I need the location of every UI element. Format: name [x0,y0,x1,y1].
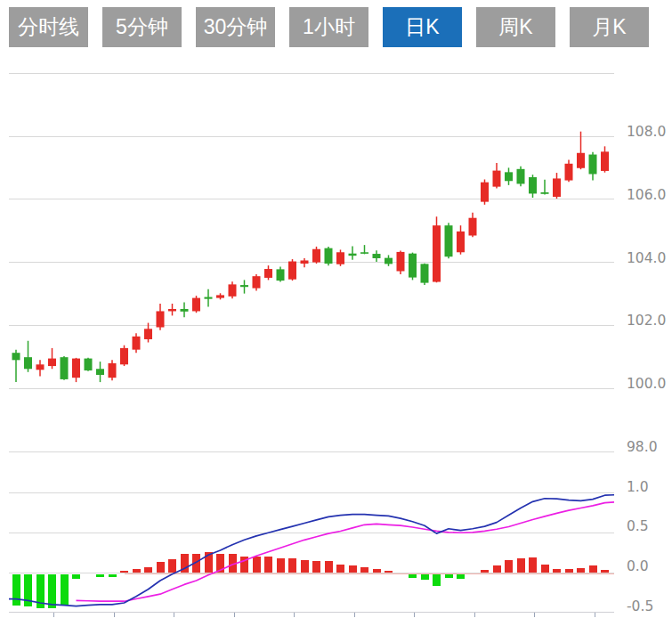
candle-body [240,285,248,287]
kline-chart-area: 108.0106.0104.0102.0100.098.01.00.50.0-0… [0,53,672,618]
macd-histogram-bar [373,569,381,573]
macd-histogram-bar [517,558,525,573]
candle-body [565,164,573,181]
macd-axis-label: 0.5 [627,518,649,534]
candle-body [349,254,357,256]
candle-body [85,359,93,370]
macd-histogram-bar [253,557,261,573]
candle-body [505,172,513,181]
macd-histogram-bar [385,571,393,573]
candle-body [216,295,224,297]
candle-body [421,264,429,282]
candle-body [481,183,489,202]
candle-body [445,225,453,256]
tab-5min[interactable]: 5分钟 [102,7,182,47]
macd-histogram-bar [360,567,368,573]
candle-body [553,178,561,197]
macd-histogram-bar [144,567,152,573]
price-axis-label: 108.0 [627,124,666,140]
macd-histogram-bar [577,568,585,573]
tab-daily-k[interactable]: 日K [383,7,462,47]
price-axis-label: 106.0 [627,187,666,203]
candle-body [277,269,285,281]
candle-body [360,252,368,254]
candle-body [589,155,597,175]
candle-body [36,364,45,370]
price-axis-label: 100.0 [627,376,666,392]
macd-histogram-bar [12,574,20,606]
candle-body [157,311,165,327]
macd-histogram-bar [529,557,537,573]
tab-monthly-k[interactable]: 月K [570,7,649,47]
macd-histogram-bar [61,574,69,606]
macd-histogram-bar [445,574,453,578]
candle-body [385,258,393,264]
price-axis-label: 98.0 [627,439,658,455]
macd-histogram-bar [168,559,176,573]
candle-body [72,359,80,378]
macd-histogram-bar [553,569,561,573]
candle-body [24,357,32,369]
candle-body [397,252,405,272]
candle-body [109,363,117,378]
tab-minute-line[interactable]: 分时线 [9,7,88,47]
macd-histogram-bar [277,558,285,573]
candle-body [288,262,296,280]
price-axis-label: 102.0 [627,313,666,329]
candle-body [529,177,537,193]
candle-body [312,249,320,263]
macd-histogram-bar [301,560,309,573]
macd-histogram-bar [288,558,296,573]
candle-body [181,309,189,312]
candle-body [12,353,20,360]
candle-body [264,269,272,278]
candle-body [433,225,441,281]
dea-line [77,502,615,601]
candle-body [493,171,501,187]
candle-body [517,169,525,184]
candle-body [373,254,381,258]
tab-weekly-k[interactable]: 周K [476,7,555,47]
candle-body [61,357,69,379]
kline-chart-canvas[interactable]: 108.0106.0104.0102.0100.098.01.00.50.0-0… [0,53,672,618]
candle-body [229,284,237,296]
macd-histogram-bar [120,571,128,573]
macd-histogram-bar [312,561,320,573]
candle-body [409,254,417,278]
macd-histogram-bar [409,574,417,578]
candle-body [457,232,465,252]
macd-axis-label: 0.0 [627,558,649,574]
dif-line [9,495,614,606]
candle-body [205,297,213,299]
macd-histogram-bar [48,574,56,608]
macd-histogram-bar [264,557,272,573]
timeframe-tabs: 分时线 5分钟 30分钟 1小时 日K 周K 月K [9,7,649,47]
macd-histogram-bar [481,570,489,573]
macd-histogram-bar [433,574,441,586]
tab-1hour[interactable]: 1小时 [289,7,368,47]
candle-body [168,309,176,311]
candle-body [577,153,585,168]
macd-histogram-bar [565,569,573,573]
candle-body [301,260,309,264]
macd-histogram-bar [96,574,104,577]
candle-body [253,276,261,288]
candle-body [120,348,128,364]
macd-histogram-bar [505,560,513,573]
candle-body [469,218,477,236]
macd-histogram-bar [72,574,80,579]
candle-body [541,192,549,194]
macd-histogram-bar [349,565,357,573]
candle-body [192,298,200,312]
candle-body [336,252,344,264]
macd-histogram-bar [109,574,117,577]
candle-body [601,151,609,171]
macd-axis-label: -0.5 [627,598,653,614]
price-axis-label: 104.0 [627,250,666,266]
tab-30min[interactable]: 30分钟 [196,7,275,47]
macd-histogram-bar [325,561,333,573]
candle-body [144,329,152,339]
macd-axis-label: 1.0 [627,479,649,495]
macd-histogram-bar [589,565,597,573]
macd-histogram-bar [541,565,549,573]
